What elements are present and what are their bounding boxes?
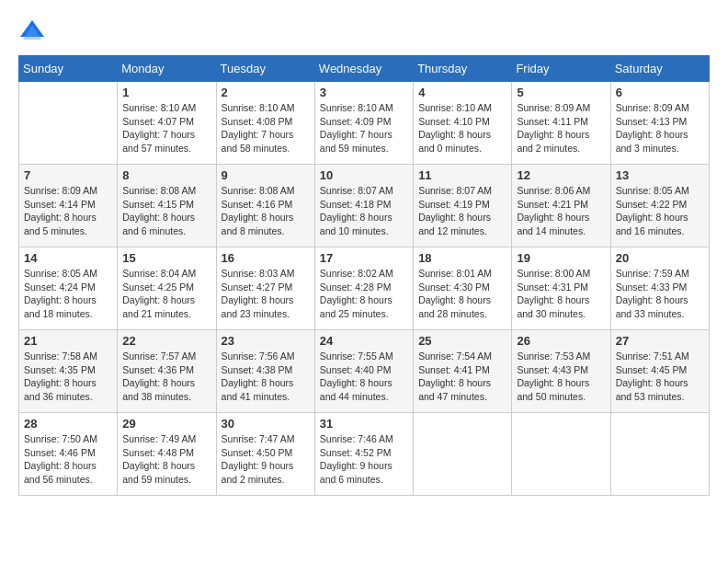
calendar-week-row: 14Sunrise: 8:05 AMSunset: 4:24 PMDayligh… [19,247,710,330]
day-info: Sunrise: 7:54 AMSunset: 4:41 PMDaylight:… [418,350,506,404]
day-info: Sunrise: 8:01 AMSunset: 4:30 PMDaylight:… [418,267,506,321]
calendar-cell: 21Sunrise: 7:58 AMSunset: 4:35 PMDayligh… [19,330,118,413]
day-number: 26 [517,334,605,348]
day-number: 23 [222,334,310,348]
calendar-week-row: 28Sunrise: 7:50 AMSunset: 4:46 PMDayligh… [19,413,710,496]
day-number: 8 [122,168,210,182]
calendar-header-saturday: Saturday [610,56,709,82]
day-number: 11 [418,168,506,182]
day-info: Sunrise: 8:08 AMSunset: 4:16 PMDaylight:… [222,184,310,238]
day-number: 10 [320,168,408,182]
day-number: 28 [24,417,112,431]
day-number: 13 [616,168,704,182]
calendar-header-row: SundayMondayTuesdayWednesdayThursdayFrid… [19,56,710,82]
calendar-week-row: 21Sunrise: 7:58 AMSunset: 4:35 PMDayligh… [19,330,710,413]
day-info: Sunrise: 7:55 AMSunset: 4:40 PMDaylight:… [320,350,408,404]
day-number: 6 [616,86,704,99]
day-number: 1 [122,86,210,99]
calendar-cell: 19Sunrise: 8:00 AMSunset: 4:31 PMDayligh… [512,247,610,330]
calendar-cell: 17Sunrise: 8:02 AMSunset: 4:28 PMDayligh… [314,247,413,330]
day-number: 3 [320,86,408,99]
calendar-cell [19,82,118,165]
calendar-cell: 30Sunrise: 7:47 AMSunset: 4:50 PMDayligh… [216,413,314,496]
calendar-cell [512,413,610,496]
day-info: Sunrise: 7:51 AMSunset: 4:45 PMDaylight:… [616,350,704,404]
calendar-cell: 7Sunrise: 8:09 AMSunset: 4:14 PMDaylight… [19,165,118,247]
day-number: 17 [320,251,408,265]
calendar-cell: 4Sunrise: 8:10 AMSunset: 4:10 PMDaylight… [414,82,512,165]
day-number: 2 [222,86,310,99]
day-info: Sunrise: 8:09 AMSunset: 4:14 PMDaylight:… [24,184,112,238]
calendar-header-tuesday: Tuesday [216,56,314,82]
calendar-cell: 10Sunrise: 8:07 AMSunset: 4:18 PMDayligh… [314,165,413,247]
calendar-cell [414,413,512,496]
calendar-cell: 23Sunrise: 7:56 AMSunset: 4:38 PMDayligh… [216,330,314,413]
day-number: 31 [320,417,408,431]
calendar-cell: 13Sunrise: 8:05 AMSunset: 4:22 PMDayligh… [610,165,709,247]
calendar-header-friday: Friday [512,56,610,82]
day-number: 5 [517,86,605,99]
page-header [18,18,710,46]
day-number: 30 [222,417,310,431]
calendar-header-monday: Monday [118,56,216,82]
day-info: Sunrise: 8:00 AMSunset: 4:31 PMDaylight:… [517,267,605,321]
calendar-cell: 18Sunrise: 8:01 AMSunset: 4:30 PMDayligh… [414,247,512,330]
day-info: Sunrise: 8:06 AMSunset: 4:21 PMDaylight:… [517,184,605,238]
day-info: Sunrise: 8:09 AMSunset: 4:11 PMDaylight:… [517,101,605,155]
calendar-cell: 29Sunrise: 7:49 AMSunset: 4:48 PMDayligh… [118,413,216,496]
day-info: Sunrise: 8:04 AMSunset: 4:25 PMDaylight:… [122,267,210,321]
day-number: 20 [616,251,704,265]
calendar-cell: 26Sunrise: 7:53 AMSunset: 4:43 PMDayligh… [512,330,610,413]
logo-icon [18,18,46,46]
calendar-cell: 2Sunrise: 8:10 AMSunset: 4:08 PMDaylight… [216,82,314,165]
day-info: Sunrise: 8:07 AMSunset: 4:18 PMDaylight:… [320,184,408,238]
calendar-header-thursday: Thursday [414,56,512,82]
day-number: 21 [24,334,112,348]
day-info: Sunrise: 8:10 AMSunset: 4:08 PMDaylight:… [222,101,310,155]
day-info: Sunrise: 7:53 AMSunset: 4:43 PMDaylight:… [517,350,605,404]
calendar-cell: 31Sunrise: 7:46 AMSunset: 4:52 PMDayligh… [314,413,413,496]
day-number: 25 [418,334,506,348]
day-number: 18 [418,251,506,265]
day-info: Sunrise: 8:05 AMSunset: 4:22 PMDaylight:… [616,184,704,238]
calendar-cell: 25Sunrise: 7:54 AMSunset: 4:41 PMDayligh… [414,330,512,413]
day-info: Sunrise: 8:10 AMSunset: 4:09 PMDaylight:… [320,101,408,155]
calendar-cell: 16Sunrise: 8:03 AMSunset: 4:27 PMDayligh… [216,247,314,330]
day-number: 22 [122,334,210,348]
day-info: Sunrise: 8:08 AMSunset: 4:15 PMDaylight:… [122,184,210,238]
day-number: 16 [222,251,310,265]
day-number: 15 [122,251,210,265]
day-info: Sunrise: 7:58 AMSunset: 4:35 PMDaylight:… [24,350,112,404]
day-info: Sunrise: 7:50 AMSunset: 4:46 PMDaylight:… [24,432,112,487]
calendar-cell: 28Sunrise: 7:50 AMSunset: 4:46 PMDayligh… [19,413,118,496]
day-info: Sunrise: 8:07 AMSunset: 4:19 PMDaylight:… [418,184,506,238]
day-number: 9 [222,168,310,182]
day-info: Sunrise: 7:57 AMSunset: 4:36 PMDaylight:… [122,350,210,404]
day-info: Sunrise: 8:09 AMSunset: 4:13 PMDaylight:… [616,101,704,155]
day-info: Sunrise: 7:47 AMSunset: 4:50 PMDaylight:… [222,432,310,487]
calendar-cell: 3Sunrise: 8:10 AMSunset: 4:09 PMDaylight… [314,82,413,165]
day-number: 7 [24,168,112,182]
calendar-cell: 12Sunrise: 8:06 AMSunset: 4:21 PMDayligh… [512,165,610,247]
calendar-cell: 24Sunrise: 7:55 AMSunset: 4:40 PMDayligh… [314,330,413,413]
day-info: Sunrise: 7:59 AMSunset: 4:33 PMDaylight:… [616,267,704,321]
day-number: 29 [122,417,210,431]
calendar-cell: 14Sunrise: 8:05 AMSunset: 4:24 PMDayligh… [19,247,118,330]
day-info: Sunrise: 7:46 AMSunset: 4:52 PMDaylight:… [320,432,408,487]
calendar-cell: 8Sunrise: 8:08 AMSunset: 4:15 PMDaylight… [118,165,216,247]
calendar-cell: 1Sunrise: 8:10 AMSunset: 4:07 PMDaylight… [118,82,216,165]
day-number: 24 [320,334,408,348]
calendar-cell: 9Sunrise: 8:08 AMSunset: 4:16 PMDaylight… [216,165,314,247]
calendar-header-sunday: Sunday [19,56,118,82]
calendar-cell: 11Sunrise: 8:07 AMSunset: 4:19 PMDayligh… [414,165,512,247]
calendar-table: SundayMondayTuesdayWednesdayThursdayFrid… [18,55,710,496]
day-number: 4 [418,86,506,99]
calendar-header-wednesday: Wednesday [314,56,413,82]
day-number: 14 [24,251,112,265]
day-info: Sunrise: 8:10 AMSunset: 4:10 PMDaylight:… [418,101,506,155]
day-info: Sunrise: 8:03 AMSunset: 4:27 PMDaylight:… [222,267,310,321]
day-info: Sunrise: 7:56 AMSunset: 4:38 PMDaylight:… [222,350,310,404]
calendar-cell [610,413,709,496]
day-number: 19 [517,251,605,265]
calendar-cell: 6Sunrise: 8:09 AMSunset: 4:13 PMDaylight… [610,82,709,165]
